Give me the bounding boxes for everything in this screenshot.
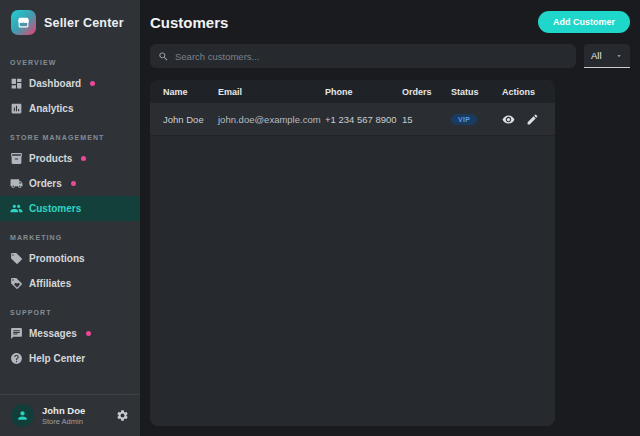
column-header-status: Status [451,87,502,97]
brand: Seller Center [0,0,140,46]
sidebar-nav: OVERVIEW Dashboard Analytics STORE MANAG… [0,46,140,371]
products-icon [10,152,23,165]
sidebar-item-label: Products [29,153,72,164]
notification-dot [81,156,86,161]
sidebar-item-customers[interactable]: Customers [0,196,140,221]
sidebar-item-dashboard[interactable]: Dashboard [0,71,140,96]
sidebar-item-label: Dashboard [29,78,81,89]
view-eye-icon[interactable] [502,113,515,126]
customers-icon [10,202,23,215]
column-header-email: Email [218,87,325,97]
edit-pencil-icon[interactable] [526,113,539,126]
customers-table: Name Email Phone Orders Status Actions J… [150,80,555,426]
add-customer-button[interactable]: Add Customer [538,11,630,33]
sidebar-item-messages[interactable]: Messages [0,321,140,346]
sidebar-item-label: Messages [29,328,77,339]
cell-status: VIP [451,114,502,125]
status-filter-value: All [591,50,602,61]
sidebar-item-help-center[interactable]: Help Center [0,346,140,371]
search-icon [158,51,169,62]
status-filter-dropdown[interactable]: All [584,44,630,68]
sidebar-item-analytics[interactable]: Analytics [0,96,140,121]
main-content: Customers Add Customer All Name Email Ph… [140,0,640,436]
status-badge: VIP [451,114,477,125]
settings-gear-icon[interactable] [116,409,129,422]
section-label-overview: OVERVIEW [10,59,130,66]
page-title: Customers [150,14,228,31]
sidebar-item-label: Affiliates [29,278,71,289]
search-input[interactable] [175,51,568,62]
page-header: Customers Add Customer [150,11,630,33]
dashboard-icon [10,77,23,90]
messages-icon [10,327,23,340]
user-name: John Doe [42,405,85,416]
app-title: Seller Center [44,16,124,30]
cell-name: John Doe [163,114,218,125]
app-logo-icon [11,10,36,35]
sidebar-item-orders[interactable]: Orders [0,171,140,196]
section-label-marketing: MARKETING [10,234,130,241]
section-label-support: SUPPORT [10,309,130,316]
sidebar: Seller Center OVERVIEW Dashboard Analyti… [0,0,140,436]
section-label-store-management: STORE MANAGEMENT [10,134,130,141]
cell-actions [502,113,542,126]
analytics-icon [10,102,23,115]
sidebar-item-affiliates[interactable]: Affiliates [0,271,140,296]
notification-dot [86,331,91,336]
notification-dot [71,181,76,186]
column-header-orders: Orders [402,87,451,97]
cell-email: john.doe@example.com [218,114,325,125]
notification-dot [90,81,95,86]
promotions-icon [10,252,23,265]
sidebar-item-label: Customers [29,203,81,214]
table-header-row: Name Email Phone Orders Status Actions [150,80,555,103]
avatar [11,404,34,427]
sidebar-item-label: Orders [29,178,62,189]
user-role: Store Admin [42,417,85,426]
cell-orders: 15 [402,114,451,125]
cell-phone: +1 234 567 8900 [325,114,402,125]
affiliates-icon [10,277,23,290]
chevron-down-icon [615,52,623,60]
sidebar-item-promotions[interactable]: Promotions [0,246,140,271]
filter-row: All [150,44,630,68]
column-header-name: Name [163,87,218,97]
user-info: John Doe Store Admin [42,405,85,426]
search-box [150,44,576,68]
user-profile: John Doe Store Admin [0,394,140,436]
sidebar-item-label: Analytics [29,103,73,114]
column-header-actions: Actions [502,87,542,97]
column-header-phone: Phone [325,87,402,97]
orders-icon [10,177,23,190]
sidebar-item-products[interactable]: Products [0,146,140,171]
help-icon [10,352,23,365]
sidebar-item-label: Help Center [29,353,85,364]
sidebar-item-label: Promotions [29,253,85,264]
table-row: John Doe john.doe@example.com +1 234 567… [150,103,555,136]
